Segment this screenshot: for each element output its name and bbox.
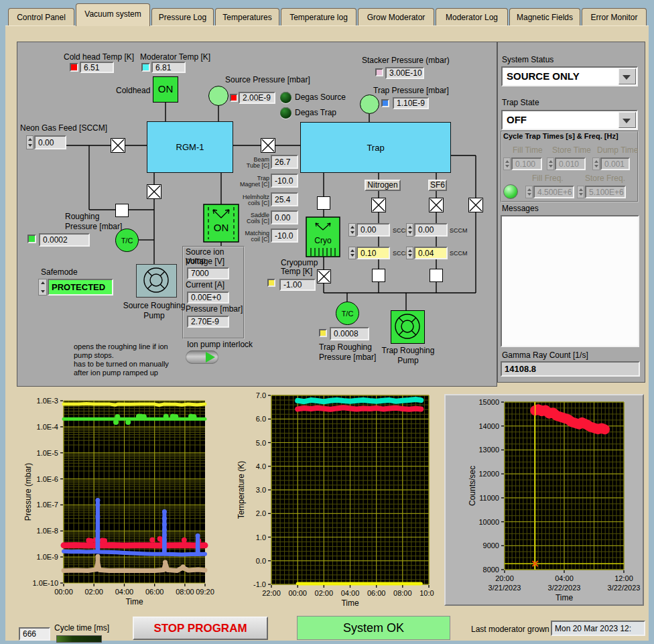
cryo-roughing-valve[interactable]: [317, 269, 331, 283]
ion-pump-voltage-value: 7000: [187, 267, 229, 279]
beam-tube-label: BeamTube [C]: [236, 157, 269, 169]
dump-time-spinner[interactable]: [592, 157, 600, 170]
nitrogen-flow-spinner[interactable]: [348, 223, 356, 237]
coldhead-on-button[interactable]: ON: [153, 76, 178, 103]
ion-pump-current-value: 0.00E+0: [187, 292, 229, 304]
tab-pressure-log[interactable]: Pressure Log: [151, 8, 214, 26]
nitrogen-setpoint-spinner[interactable]: [348, 247, 356, 259]
nitrogen-setpoint-input[interactable]: 0.10: [356, 247, 390, 259]
gamma-count-chart: 1500014000130001200011000100009000800020…: [446, 395, 643, 604]
store-time-spinner[interactable]: [547, 157, 554, 170]
sf6-flow-unit: SCCM: [450, 228, 468, 234]
fill-freq-spinner[interactable]: [525, 186, 533, 198]
messages-label: Messages: [502, 204, 539, 213]
rgm-trap-valve[interactable]: [261, 138, 275, 153]
tab-temperature-log[interactable]: Temperature log: [281, 8, 356, 26]
svg-text:04:00: 04:00: [115, 588, 134, 596]
neon-feed-input[interactable]: 0.00: [34, 135, 66, 149]
neon-feed-spinner[interactable]: [26, 135, 34, 149]
svg-text:Time: Time: [125, 597, 143, 606]
chevron-down-icon: [623, 119, 631, 123]
svg-text:Pressure (mbar): Pressure (mbar): [23, 463, 33, 521]
ion-pump-interlock-toggle[interactable]: [186, 350, 218, 364]
cryopump-indicator: [267, 279, 275, 287]
store-freq-spinner[interactable]: [577, 186, 584, 198]
source-roughing-valve[interactable]: [147, 184, 161, 199]
nitrogen-valve[interactable]: [371, 198, 386, 212]
store-freq-input[interactable]: 5.100E+6: [585, 186, 626, 198]
sf6-button[interactable]: SF6: [428, 180, 447, 191]
tab-magnetic-fields[interactable]: Magnetic Fields: [509, 8, 580, 26]
svg-text:1.0E-5: 1.0E-5: [37, 449, 58, 457]
sf6-setpoint-spinner[interactable]: [406, 247, 413, 259]
source-roughing-pump-label: Source Roughing Pump: [119, 301, 189, 321]
stacker-pressure-value: 3.00E-10: [385, 67, 424, 79]
tab-error-monitor[interactable]: Error Monitor: [582, 8, 647, 26]
store-time-label: Store Time: [552, 146, 591, 155]
nitrogen-button[interactable]: Nitrogen: [365, 180, 401, 191]
tab-grow-moderator[interactable]: Grow Moderator: [358, 8, 434, 26]
svg-text:12000: 12000: [478, 470, 499, 478]
svg-text:Time: Time: [341, 598, 359, 608]
trap-roughing-pressure-label: Trap Roughing Pressure [mbar]: [319, 342, 376, 363]
svg-text:04:00: 04:00: [341, 589, 360, 597]
svg-text:06:00: 06:00: [367, 589, 386, 597]
tab-vacuum-system[interactable]: Vacuum system: [76, 3, 150, 26]
svg-text:00:00: 00:00: [288, 589, 307, 597]
moderator-temp-value: 6.81: [151, 62, 186, 73]
cryopump-temp-label: Cryopump Temp [K]: [281, 259, 318, 276]
stop-program-button[interactable]: STOP PROGRAM: [133, 617, 268, 640]
trap-cryo-box: [317, 196, 330, 210]
svg-text:1.0E-4: 1.0E-4: [37, 423, 58, 431]
roughing-pressure-value: 0.0002: [39, 233, 90, 247]
ion-pump-current-label: Current [A]: [186, 281, 224, 289]
pressure-log-chart: 1.0E-31.0E-41.0E-51.0E-61.0E-71.0E-81.0E…: [20, 394, 229, 617]
helmholtz-label: Helmholtzcoils [C]: [236, 194, 269, 206]
tab-control-panel[interactable]: Control Panel: [8, 8, 74, 26]
stacker-pressure-indicator: [375, 68, 383, 76]
neon-valve[interactable]: [111, 138, 125, 153]
stacker-pressure-label: Stacker Pressure (mbar): [362, 56, 450, 65]
sf6-flow-spinner[interactable]: [406, 223, 413, 237]
system-status-dropdown[interactable]: SOURCE ONLY: [501, 66, 638, 86]
svg-text:14000: 14000: [478, 422, 499, 430]
beam-tube-value: 26.7: [271, 155, 298, 169]
svg-text:10000: 10000: [478, 518, 499, 526]
cryo-pump[interactable]: Cryo: [306, 216, 340, 257]
degas-source-led[interactable]: [280, 92, 291, 103]
tab-temperatures[interactable]: Temperatures: [215, 8, 279, 26]
svg-text:-1.0: -1.0: [253, 580, 266, 588]
safemode-value[interactable]: PROTECTED: [48, 279, 113, 296]
system-status-value: SOURCE ONLY: [507, 70, 580, 82]
fill-freq-input[interactable]: 4.500E+6: [533, 186, 574, 198]
cycle-trap-title: Cycle Trap Times [s] & Freq. [Hz]: [503, 132, 618, 141]
trap-roughing-pump[interactable]: [391, 310, 425, 344]
tab-moderator-log[interactable]: Moderator Log: [436, 8, 508, 26]
degas-trap-led[interactable]: [280, 107, 291, 119]
dump-time-input[interactable]: 0.001: [600, 157, 630, 170]
fill-time-spinner[interactable]: [503, 157, 511, 170]
cold-head-temp-value: 6.51: [80, 62, 114, 73]
source-roughing-pump[interactable]: [136, 264, 177, 298]
trap-state-dropdown[interactable]: OFF: [501, 110, 638, 130]
svg-text:1.0E-10: 1.0E-10: [32, 579, 58, 587]
safemode-spinner[interactable]: [38, 279, 47, 296]
sf6-setpoint-input[interactable]: 0.04: [414, 247, 448, 259]
store-time-input[interactable]: 0.010: [555, 157, 586, 170]
trap-vent-valve[interactable]: [468, 198, 483, 212]
svg-text:5.0: 5.0: [256, 439, 266, 447]
last-moderator-value: Mon 20 Mar 2023 12:: [551, 621, 645, 636]
trap-state-dropdown-button[interactable]: [618, 112, 636, 128]
source-tc-gauge: T/C: [115, 229, 139, 252]
cycle-time-input[interactable]: 666: [19, 627, 50, 641]
system-status-dropdown-button[interactable]: [618, 68, 636, 84]
ion-pump-pressure-label: Pressure [mbar]: [186, 305, 243, 314]
cold-head-indicator: [70, 63, 78, 72]
interlock-label: Ion pump interlock: [187, 340, 253, 349]
source-turbo-pump[interactable]: ON: [203, 204, 239, 243]
svg-text:1.0E-7: 1.0E-7: [37, 501, 58, 509]
roughing-pressure-label: Roughing Pressure [mbar]: [65, 212, 122, 232]
svg-text:7.0: 7.0: [256, 391, 266, 399]
fill-time-input[interactable]: 0.100: [511, 157, 542, 170]
sf6-valve[interactable]: [429, 198, 444, 212]
